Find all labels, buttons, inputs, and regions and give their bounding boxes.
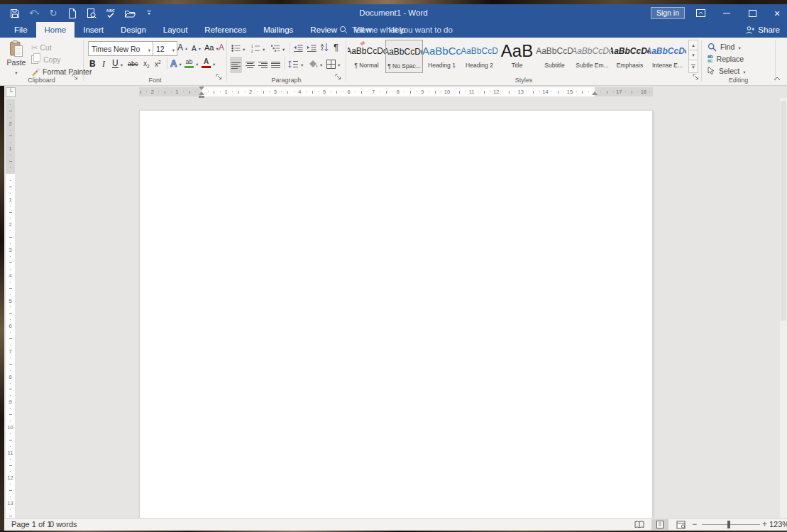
scrollbar-thumb[interactable] [781,101,786,321]
align-left-button[interactable] [230,57,242,73]
styles-more-button[interactable]: ▾ [688,60,698,73]
right-indent-marker[interactable] [592,92,598,95]
numbering-button[interactable]: 12 [251,42,265,55]
clipboard-dialog-launcher[interactable] [72,74,79,82]
grow-font-button[interactable]: A▴ [177,41,187,54]
align-center-button[interactable] [246,58,255,71]
zoom-slider-thumb[interactable] [727,521,730,528]
tab-insert[interactable]: Insert [75,22,112,38]
search-icon [339,26,348,34]
ruler-number: 5 [6,298,15,304]
style-card-heading-2[interactable]: AaBbCcDHeading 2 [461,40,498,73]
minimize-button[interactable] [718,4,735,22]
tab-mailings[interactable]: Mailings [255,22,302,38]
style-card-emphasis[interactable]: AaBbCcDcEmphasis [611,40,649,73]
ribbon-display-options-button[interactable] [692,4,709,22]
zoom-level[interactable]: 123% [769,519,787,530]
zoom-in-button[interactable]: + [762,519,767,530]
increase-indent-button[interactable] [307,42,317,55]
hanging-indent-marker[interactable] [199,92,204,95]
find-button[interactable]: Find [708,41,741,52]
share-button[interactable]: Share [745,22,780,38]
subscript-button[interactable]: x2 [143,57,150,70]
style-card-subtitle[interactable]: AaBbCcDSubtitle [536,40,573,73]
decrease-indent-button[interactable] [293,42,303,55]
tab-layout[interactable]: Layout [155,22,197,38]
shrink-font-icon: A [192,45,197,52]
dialog-launcher-icon [693,74,700,81]
italic-button[interactable]: I [102,57,105,70]
replace-button[interactable]: abac Replace [708,53,744,65]
superscript-button[interactable]: x2 [155,57,161,70]
ruler-tick [10,167,11,168]
styles-dialog-launcher[interactable] [693,74,700,82]
styles-scroll-down-button[interactable]: ▾ [688,50,698,60]
change-case-button[interactable]: Aa [204,41,219,54]
tab-design[interactable]: Design [112,22,155,38]
first-line-indent-marker[interactable] [199,87,204,90]
vertical-ruler[interactable]: 2112345678910111213 [6,99,15,519]
style-card-subtle-em[interactable]: AaBbCcDcSubtle Em... [573,40,611,73]
horizontal-ruler[interactable]: 211234567891011121314151718 [139,87,653,96]
multilevel-list-button[interactable] [271,42,285,55]
page-indicator[interactable]: Page 1 of 1 [11,519,51,530]
style-card-heading-1[interactable]: AaBbCcHeading 1 [423,40,461,73]
paragraph-dialog-launcher[interactable] [335,74,343,82]
style-card-normal[interactable]: AaBbCcDc¶ Normal [348,40,385,73]
borders-button[interactable] [326,57,340,70]
tab-references[interactable]: References [196,22,255,38]
style-card-intense-e[interactable]: AaBbCcDcIntense E... [649,40,686,73]
style-card-no-spac[interactable]: AaBbCcDc¶ No Spac... [385,40,423,73]
ruler-number: 10 [6,424,15,431]
vertical-scrollbar[interactable] [780,98,787,519]
ruler-tick [441,92,441,92]
shrink-font-button[interactable]: A▾ [192,42,201,55]
font-dialog-launcher[interactable] [216,74,224,82]
change-case-icon: Aa [204,43,214,52]
justify-button[interactable] [271,58,280,71]
show-hide-pilcrow-button[interactable]: ¶ [334,40,339,53]
cut-button[interactable]: ✂ Cut [31,41,52,54]
bold-button[interactable]: B [89,57,96,70]
collapse-ribbon-button[interactable] [774,74,781,82]
line-spacing-button[interactable] [288,57,303,70]
tab-home[interactable]: Home [36,22,75,38]
sort-button[interactable]: AZ [321,41,329,54]
text-effects-button[interactable]: A [170,57,182,70]
font-name-combobox[interactable]: Times New Ro [88,41,153,56]
web-layout-button[interactable] [672,519,689,530]
font-size-combobox[interactable]: 12 [153,41,177,56]
shading-button[interactable] [308,57,322,70]
maximize-button[interactable] [744,4,761,22]
styles-scroll-up-button[interactable]: ▴ [688,40,698,50]
ruler-tick [171,92,172,92]
ruler-tick [10,193,11,194]
print-layout-button[interactable] [651,519,668,530]
sign-in-button[interactable]: Sign in [651,7,685,19]
ruler-tick [649,92,650,92]
close-button[interactable]: × [769,4,786,22]
align-right-button[interactable] [258,58,268,71]
font-color-button[interactable]: A [202,57,215,70]
styles-group-label: Styles [346,77,701,84]
tab-file[interactable]: File [6,22,36,38]
ruler-tick [10,484,11,484]
underline-button[interactable]: U [112,57,123,70]
zoom-slider-track[interactable] [702,524,760,525]
ruler-tick [9,490,12,491]
copy-button[interactable]: Copy [31,53,61,66]
paste-button[interactable]: Paste [4,40,28,76]
style-card-title[interactable]: AaBTitle [498,40,536,73]
zoom-out-button[interactable]: − [692,519,697,530]
tell-me-search[interactable]: Tell me what you want to do [339,22,453,38]
bullets-button[interactable] [231,42,245,55]
select-button[interactable]: Select [708,65,745,77]
read-mode-button[interactable] [631,519,648,530]
word-count[interactable]: 0 words [50,519,77,530]
ruler-tick [10,130,11,131]
text-highlight-button[interactable]: ab [185,57,198,70]
strikethrough-button[interactable]: abc [128,57,138,70]
increase-indent-icon [307,45,317,52]
document-page[interactable] [139,110,653,519]
tab-selector-button[interactable]: └ [6,87,16,97]
